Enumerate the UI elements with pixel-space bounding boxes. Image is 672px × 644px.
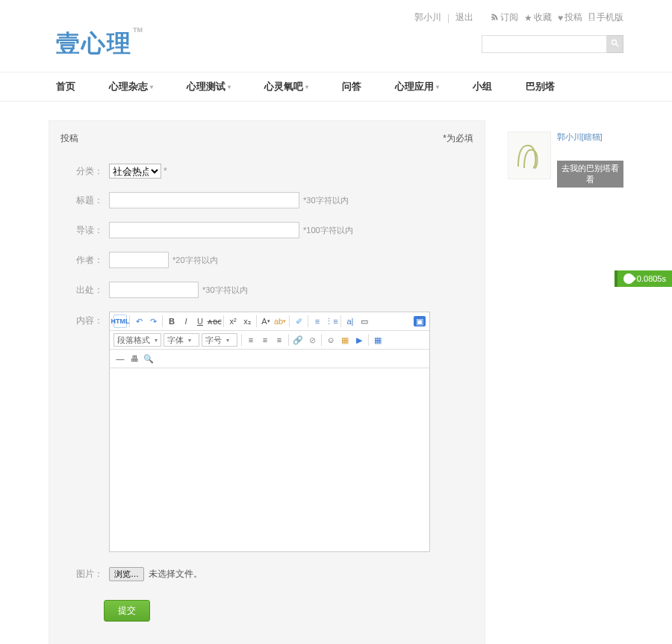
submit-button[interactable]: 提交	[104, 600, 150, 622]
user-card: 郭小川[瞎猫] 去我的巴别塔看看	[508, 131, 623, 188]
toolbar-divider	[368, 334, 369, 346]
paragraph-format-select[interactable]: 段落格式▾	[113, 333, 161, 347]
profile-button[interactable]: 去我的巴别塔看看	[557, 161, 624, 188]
remove-format-button[interactable]: ✐	[292, 315, 305, 328]
username-link[interactable]: 郭小川	[414, 11, 441, 24]
ordered-list-button[interactable]: ≡	[311, 315, 324, 328]
nav-qa[interactable]: 问答	[342, 80, 361, 93]
headline-input[interactable]	[109, 192, 299, 208]
page-break-button[interactable]: ▭	[358, 315, 371, 328]
nav-apps[interactable]: 心理应用▾	[395, 80, 439, 93]
intro-input[interactable]	[109, 222, 299, 238]
logout-link[interactable]: 退出	[455, 11, 473, 24]
required-note: *为必填	[443, 132, 473, 145]
align-center-button[interactable]: ≡	[258, 333, 272, 347]
toolbar-divider	[289, 315, 290, 327]
headline-label: 标题：	[75, 194, 109, 207]
italic-button[interactable]: I	[179, 315, 193, 328]
bold-button[interactable]: B	[165, 315, 178, 328]
logo-row: 壹心理TM	[0, 24, 672, 61]
contribute-link[interactable]: ♥投稿	[558, 11, 582, 24]
toolbar-divider	[340, 315, 341, 327]
author-hint: *20字符以内	[172, 255, 218, 266]
nav-group[interactable]: 小组	[473, 80, 492, 93]
unlink-button[interactable]: ⊘	[305, 333, 319, 347]
table-button[interactable]: ▦	[371, 333, 385, 347]
print-button[interactable]: 🖶	[128, 352, 141, 365]
search-input[interactable]	[482, 35, 607, 53]
redo-button[interactable]: ↷	[146, 315, 160, 328]
site-logo[interactable]: 壹心理TM	[56, 28, 132, 61]
editor-toolbar-2: 段落格式▾ 字体▾ 字号▾ ≡ ≡ ≡ 🔗 ⊘ ☺ ▦ ▶ ▦	[110, 331, 429, 350]
svg-point-2	[612, 40, 616, 44]
source-label: 出处：	[75, 284, 109, 297]
bg-color-button[interactable]: ab▾	[273, 315, 287, 328]
toolbar-divider	[256, 315, 257, 327]
avatar-image	[511, 137, 548, 174]
text-direction-button[interactable]: a|	[343, 315, 357, 328]
mobile-link[interactable]: 手机版	[588, 11, 623, 24]
toolbar-divider	[223, 315, 224, 327]
star-icon: ★	[524, 13, 532, 23]
font-family-select[interactable]: 字体▾	[164, 333, 199, 347]
image-label: 图片：	[75, 568, 109, 580]
image-button[interactable]: ▦	[338, 333, 352, 347]
leaf-icon	[621, 271, 636, 286]
source-input[interactable]	[109, 282, 199, 298]
category-select[interactable]: 社会热点	[109, 164, 161, 179]
chevron-down-icon: ▾	[150, 84, 153, 90]
mobile-label: 手机版	[597, 11, 623, 24]
html-source-button[interactable]: HTML	[113, 315, 127, 328]
subscript-button[interactable]: x₂	[240, 315, 254, 328]
user-info: 郭小川[瞎猫] 去我的巴别塔看看	[557, 131, 624, 188]
video-button[interactable]: ▶	[352, 333, 366, 347]
author-input[interactable]	[109, 252, 169, 268]
browse-file-button[interactable]: 浏览…	[109, 567, 144, 581]
preview-button[interactable]: 🔍	[142, 352, 155, 365]
fullscreen-button[interactable]: ▣	[414, 316, 426, 326]
sidebar: 郭小川[瞎猫] 去我的巴别塔看看	[508, 120, 623, 644]
unordered-list-button[interactable]: ⋮≡	[325, 315, 338, 328]
nav-oxygen[interactable]: 心灵氧吧▾	[264, 80, 308, 93]
favorite-link[interactable]: ★收藏	[524, 11, 552, 24]
editor-toolbar-1: HTML ↶ ↷ B I U ᴀʙᴄ x² x₂ A▾ ab▾ ✐	[110, 312, 429, 331]
font-color-button[interactable]: A▾	[259, 315, 273, 328]
superscript-button[interactable]: x²	[226, 315, 240, 328]
editor-content-area[interactable]	[110, 368, 429, 551]
underline-button[interactable]: U	[193, 315, 207, 328]
logo-tm: TM	[133, 26, 143, 34]
avatar[interactable]	[508, 131, 551, 179]
main-content: 投稿 *为必填 分类： 社会热点 * 标题： *30字符以内 导读： *100字…	[0, 102, 672, 644]
font-size-select[interactable]: 字号▾	[202, 333, 237, 347]
link-button[interactable]: 🔗	[291, 333, 305, 347]
align-left-button[interactable]: ≡	[244, 333, 258, 347]
nav-magazine[interactable]: 心理杂志▾	[109, 80, 153, 93]
category-label: 分类：	[75, 165, 109, 178]
nav-babel[interactable]: 巴别塔	[526, 80, 555, 93]
chevron-down-icon: ▾	[305, 84, 308, 90]
nav-magazine-label: 心理杂志	[109, 80, 148, 93]
search-button[interactable]	[607, 35, 623, 53]
align-right-button[interactable]: ≡	[273, 333, 286, 347]
emoticon-button[interactable]: ☺	[324, 333, 337, 347]
undo-button[interactable]: ↶	[132, 315, 146, 328]
file-status: 未选择文件。	[149, 568, 202, 580]
toolbar-divider	[129, 315, 130, 327]
nav-test[interactable]: 心理测试▾	[187, 80, 231, 93]
intro-label: 导读：	[75, 224, 109, 237]
search-icon	[611, 39, 620, 48]
contribute-label: 投稿	[564, 11, 582, 24]
strike-button[interactable]: ᴀʙᴄ	[208, 315, 221, 328]
nav-home[interactable]: 首页	[56, 80, 75, 93]
intro-hint: *100字符以内	[303, 225, 353, 236]
logo-text: 壹心理	[56, 30, 132, 57]
phone-icon	[588, 13, 595, 23]
rss-link[interactable]: 订阅	[491, 11, 518, 24]
source-hint: *30字符以内	[202, 285, 248, 296]
toolbar-divider	[321, 334, 322, 346]
rss-icon	[491, 13, 499, 23]
toolbar-divider	[162, 315, 163, 327]
sidebar-username-link[interactable]: 郭小川[瞎猫]	[557, 132, 603, 141]
hr-button[interactable]: —	[113, 352, 127, 365]
editor-toolbar-3: — 🖶 🔍	[110, 350, 429, 368]
